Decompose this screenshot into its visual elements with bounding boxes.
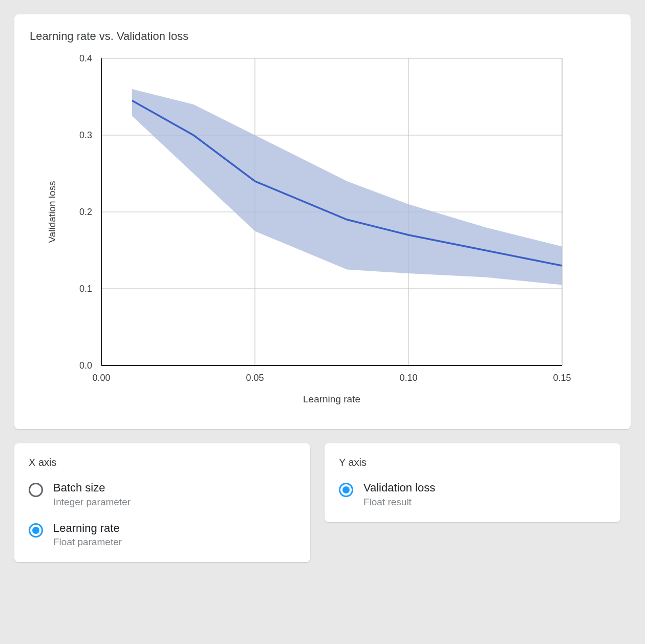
x-axis-option-learning-rate[interactable]: Learning rate Float parameter (29, 521, 296, 548)
axis-selectors-row: X axis Batch size Integer parameter Lear… (14, 443, 631, 562)
chart-title: Learning rate vs. Validation loss (30, 30, 615, 43)
x-axis-card: X axis Batch size Integer parameter Lear… (14, 443, 310, 562)
chart-card: Learning rate vs. Validation loss 0.00.1… (14, 14, 631, 429)
radio-label: Validation loss (363, 481, 435, 496)
radio-icon (29, 523, 43, 538)
svg-text:Validation loss: Validation loss (47, 181, 57, 243)
radio-label: Batch size (53, 481, 131, 496)
svg-text:0.2: 0.2 (79, 207, 92, 217)
svg-text:Learning rate: Learning rate (303, 394, 360, 404)
svg-text:0.0: 0.0 (79, 360, 92, 371)
svg-text:0.00: 0.00 (92, 373, 110, 383)
radio-label: Learning rate (53, 521, 122, 536)
svg-text:0.05: 0.05 (246, 373, 264, 383)
radio-label-group: Learning rate Float parameter (53, 521, 122, 548)
radio-sublabel: Integer parameter (53, 497, 131, 508)
svg-text:0.10: 0.10 (399, 373, 417, 383)
y-axis-heading: Y axis (339, 457, 606, 468)
svg-text:0.3: 0.3 (79, 130, 92, 140)
radio-icon (339, 483, 353, 497)
radio-icon (29, 483, 43, 497)
radio-sublabel: Float result (363, 497, 435, 508)
radio-label-group: Validation loss Float result (363, 481, 435, 508)
svg-text:0.1: 0.1 (79, 284, 92, 294)
y-axis-option-validation-loss[interactable]: Validation loss Float result (339, 481, 606, 508)
chart-plot-area: 0.00.10.20.30.40.000.050.100.15Learning … (30, 53, 615, 414)
radio-sublabel: Float parameter (53, 536, 122, 548)
x-axis-option-batch-size[interactable]: Batch size Integer parameter (29, 481, 296, 508)
svg-text:0.4: 0.4 (79, 53, 92, 63)
chart-svg: 0.00.10.20.30.40.000.050.100.15Learning … (30, 53, 593, 412)
y-axis-card: Y axis Validation loss Float result (325, 443, 620, 522)
svg-text:0.15: 0.15 (553, 373, 571, 383)
x-axis-heading: X axis (29, 457, 296, 468)
radio-label-group: Batch size Integer parameter (53, 481, 131, 508)
